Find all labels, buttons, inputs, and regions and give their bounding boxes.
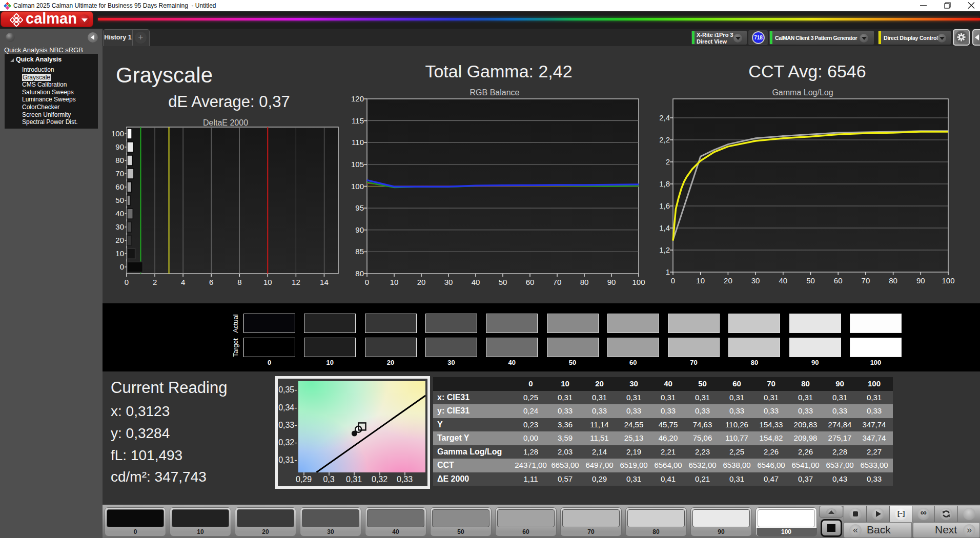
svg-text:10: 10 [263,278,272,286]
svg-text:115: 115 [352,116,364,125]
svg-text:0: 0 [120,262,124,271]
svg-text:1,6: 1,6 [659,201,670,210]
svg-text:Gamma Log/Log: Gamma Log/Log [772,88,833,97]
svg-text:12: 12 [292,278,300,286]
svg-text:DeltaE 2000: DeltaE 2000 [203,118,248,127]
svg-text:60: 60 [526,278,535,286]
svg-text:6: 6 [209,278,213,286]
svg-text:8: 8 [237,278,241,286]
svg-text:80: 80 [889,276,897,285]
svg-text:RGB Balance: RGB Balance [470,88,520,97]
svg-text:40: 40 [779,276,787,285]
svg-text:90: 90 [916,276,925,285]
svg-text:Total Gamma: 2,42: Total Gamma: 2,42 [425,61,572,81]
svg-text:50: 50 [115,196,124,204]
svg-text:14: 14 [320,278,329,286]
svg-text:2,2: 2,2 [659,135,670,144]
svg-text:85: 85 [355,247,364,256]
svg-text:120: 120 [351,94,364,103]
svg-text:20: 20 [724,276,732,285]
svg-text:100: 100 [942,276,954,285]
svg-text:0: 0 [125,278,129,286]
svg-text:30: 30 [115,222,124,231]
svg-text:1,4: 1,4 [659,223,670,232]
svg-text:100: 100 [351,182,364,191]
svg-text:Grayscale: Grayscale [116,63,213,87]
svg-text:1: 1 [666,267,670,276]
svg-text:2,4: 2,4 [659,113,670,122]
svg-text:60: 60 [115,182,124,191]
svg-text:4: 4 [181,278,185,286]
svg-text:0: 0 [671,276,675,285]
svg-text:30: 30 [751,276,760,285]
svg-text:80: 80 [355,269,364,278]
svg-text:10: 10 [696,276,705,285]
svg-text:30: 30 [444,278,453,286]
svg-text:0: 0 [365,278,369,286]
svg-text:20: 20 [115,236,124,244]
svg-text:70: 70 [862,276,870,285]
svg-text:CCT Avg: 6546: CCT Avg: 6546 [748,61,866,81]
svg-text:90: 90 [355,225,364,234]
svg-text:50: 50 [806,276,815,285]
svg-text:2: 2 [153,278,157,286]
svg-text:95: 95 [355,203,364,212]
svg-text:100: 100 [632,278,645,286]
svg-text:80: 80 [580,278,589,286]
svg-text:50: 50 [499,278,507,286]
svg-text:70: 70 [553,278,562,286]
svg-text:70: 70 [115,169,124,178]
svg-text:90: 90 [115,142,124,151]
svg-text:2: 2 [666,157,670,166]
svg-text:40: 40 [472,278,480,286]
svg-text:10: 10 [115,249,124,258]
svg-text:1,8: 1,8 [659,179,670,188]
svg-text:100: 100 [111,129,124,138]
svg-text:105: 105 [351,160,364,169]
svg-text:90: 90 [607,278,616,286]
svg-text:20: 20 [417,278,426,286]
svg-text:dE Average: 0,37: dE Average: 0,37 [168,93,290,111]
svg-text:1,2: 1,2 [659,245,670,254]
svg-text:40: 40 [115,209,124,218]
svg-text:110: 110 [352,138,364,147]
svg-text:10: 10 [390,278,399,286]
svg-text:60: 60 [834,276,843,285]
svg-text:80: 80 [115,156,124,164]
